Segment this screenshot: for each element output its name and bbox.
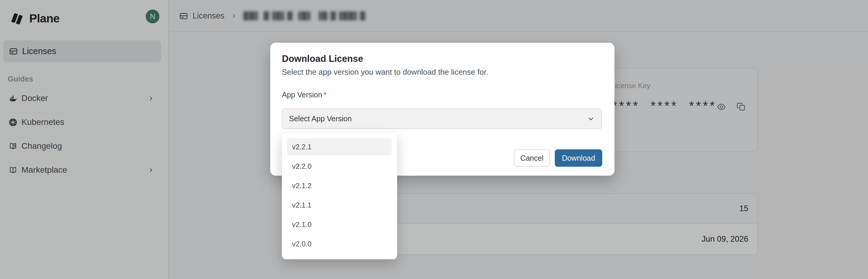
dropdown-option-v2.1.1[interactable]: v2.1.1 [287,196,392,214]
dropdown-option-v2.1.0[interactable]: v2.1.0 [287,216,392,233]
select-placeholder: Select App Version [289,109,352,128]
modal-title: Download License [282,54,363,64]
app-version-select[interactable]: Select App Version [282,108,602,129]
app-window: Plane N Licenses Guides Docker [0,0,868,279]
dropdown-option-v2.2.0[interactable]: v2.2.0 [287,158,392,175]
chevron-down-icon [587,115,595,123]
download-button[interactable]: Download [555,149,602,167]
modal-subtitle: Select the app version you want to downl… [282,67,488,77]
dropdown-option-v2.1.2[interactable]: v2.1.2 [287,177,392,194]
app-version-dropdown: v2.2.1 v2.2.0 v2.1.2 v2.1.1 v2.1.0 v2.0.… [282,133,397,259]
app-version-label: App Version* [282,91,327,99]
required-asterisk: * [324,91,327,99]
dropdown-option-v2.2.1[interactable]: v2.2.1 [287,138,392,156]
dropdown-option-v2.0.0[interactable]: v2.0.0 [287,236,392,253]
cancel-button[interactable]: Cancel [514,149,550,167]
